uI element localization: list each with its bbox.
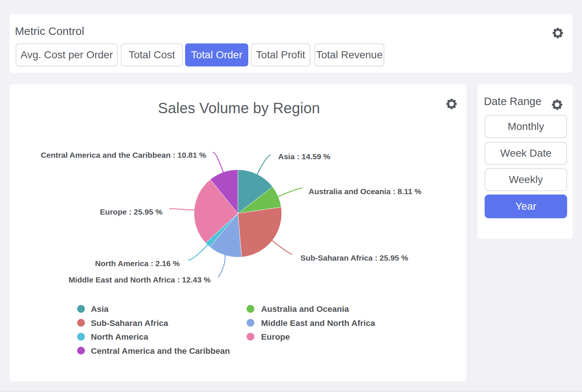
svg-text:Europe: Europe xyxy=(261,332,290,342)
svg-text:Asia : 14.59 %: Asia : 14.59 % xyxy=(278,152,330,161)
svg-text:Europe : 25.95 %: Europe : 25.95 % xyxy=(100,208,162,216)
svg-text:Central America and the Caribb: Central America and the Caribbean xyxy=(91,346,230,356)
svg-text:Australia and Oceania : 8.11 %: Australia and Oceania : 8.11 % xyxy=(309,187,422,196)
svg-text:Middle East and North Africa: Middle East and North Africa xyxy=(261,318,375,328)
svg-text:Central America and the Caribb: Central America and the Caribbean : 10.8… xyxy=(41,151,206,159)
svg-text:North America: North America xyxy=(91,332,149,342)
svg-text:Sub-Saharan Africa: Sub-Saharan Africa xyxy=(91,318,168,328)
svg-text:North America : 2.16 %: North America : 2.16 % xyxy=(95,259,180,268)
svg-text:Sales Volume by Region: Sales Volume by Region xyxy=(158,100,320,116)
svg-text:Sub-Saharan Africa : 25.95 %: Sub-Saharan Africa : 25.95 % xyxy=(301,254,408,262)
svg-text:Asia: Asia xyxy=(91,304,109,314)
svg-text:Middle East and North Africa :: Middle East and North Africa : 12.43 % xyxy=(69,275,211,284)
svg-text:Australia and Oceania: Australia and Oceania xyxy=(261,304,349,314)
